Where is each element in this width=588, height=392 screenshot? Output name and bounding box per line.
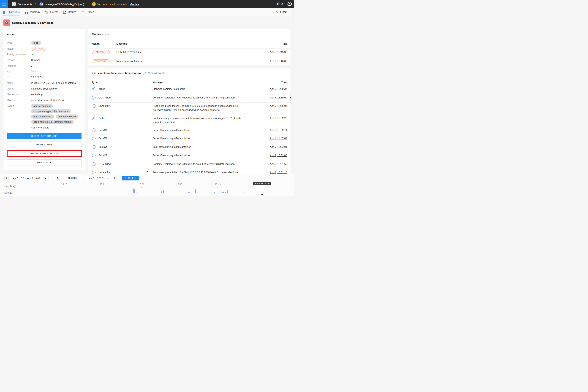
svg-text:?: ? bbox=[14, 186, 15, 187]
svg-text:?: ? bbox=[106, 34, 108, 36]
svg-text:?: ? bbox=[144, 72, 145, 74]
